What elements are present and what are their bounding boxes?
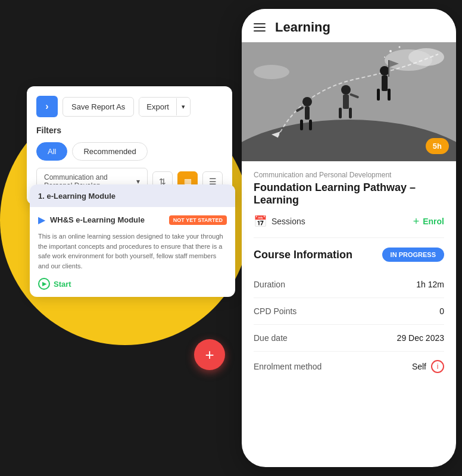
enrolment-value: Self i (412, 360, 444, 373)
svg-point-7 (384, 57, 385, 58)
svg-rect-16 (339, 108, 342, 118)
course-details: Communication and Personal Development F… (242, 161, 456, 237)
course-info-header: Course Information IN PROGRESS (254, 248, 444, 262)
sessions-button[interactable]: 📅 Sessions (254, 215, 305, 228)
course-title: Foundation Learning Pathway – Learning (254, 181, 444, 206)
svg-rect-22 (388, 89, 391, 101)
due-date-value: 29 Dec 2023 (397, 333, 444, 343)
svg-point-3 (254, 65, 289, 79)
svg-point-19 (380, 66, 389, 76)
export-button[interactable]: Export (139, 98, 176, 116)
svg-rect-17 (349, 108, 352, 118)
arrow-icon: › (45, 101, 48, 112)
svg-rect-23 (388, 60, 389, 77)
plus-enrol-icon: + (413, 215, 420, 228)
duration-label: Duration (254, 280, 285, 289)
phone-header: Learning (242, 9, 456, 42)
svg-point-5 (389, 50, 392, 52)
not-started-badge: NOT YET STARTED (169, 215, 227, 225)
app-title: Learning (275, 20, 330, 35)
duration-badge: 5h (426, 138, 449, 154)
filter-tab-all[interactable]: All (36, 142, 67, 161)
phone-mockup: Learning (242, 9, 456, 467)
svg-point-9 (302, 97, 312, 107)
cpd-label: CPD Points (254, 306, 296, 316)
module-description: This is an online learning session desig… (38, 231, 227, 271)
filter-tabs: All Recommended (36, 142, 223, 161)
play-icon: ▶ (38, 214, 45, 226)
enrolment-value-text: Self (412, 362, 426, 371)
enrol-label: Enrol (423, 217, 444, 226)
start-label: Start (54, 280, 71, 289)
info-icon[interactable]: i (431, 360, 444, 373)
hamburger-line-2 (254, 27, 266, 28)
course-actions: 📅 Sessions + Enrol (254, 215, 444, 228)
svg-point-14 (341, 85, 351, 95)
start-button[interactable]: ▶ Start (38, 278, 71, 290)
filter-toolbar: › Save Report As Export ▾ (36, 96, 223, 117)
info-row-cpd: CPD Points 0 (254, 298, 444, 325)
svg-rect-10 (305, 107, 310, 120)
course-hero-image: 5h (242, 42, 456, 161)
in-progress-badge: IN PROGRESS (382, 248, 444, 262)
sessions-label: Sessions (271, 217, 305, 226)
enrolment-label: Enrolment method (254, 362, 321, 371)
export-group: Export ▾ (139, 97, 191, 117)
hamburger-line-3 (254, 30, 266, 32)
module-name: WH&S e-Learning Module (50, 215, 145, 224)
info-row-enrolment: Enrolment method Self i (254, 352, 444, 381)
hamburger-menu[interactable] (254, 23, 266, 32)
svg-rect-21 (377, 89, 380, 101)
module-section-title: 1. e-Learning Module (38, 192, 116, 201)
info-row-duration: Duration 1h 12m (254, 271, 444, 298)
module-row: ▶ WH&S e-Learning Module NOT YET STARTED (38, 214, 227, 226)
start-circle-icon: ▶ (38, 278, 50, 290)
course-category: Communication and Personal Development (254, 171, 444, 179)
elearning-card-body: ▶ WH&S e-Learning Module NOT YET STARTED… (30, 207, 235, 297)
arrow-button[interactable]: › (36, 96, 58, 117)
svg-rect-15 (343, 95, 349, 109)
elearning-card: 1. e-Learning Module ▶ WH&S e-Learning M… (30, 184, 235, 297)
hamburger-line-1 (254, 23, 266, 24)
enrol-button[interactable]: + Enrol (413, 215, 444, 228)
export-arrow-button[interactable]: ▾ (176, 98, 190, 115)
add-button[interactable]: + (194, 339, 225, 370)
course-info-title: Course Information (254, 249, 352, 261)
due-date-label: Due date (254, 333, 288, 343)
cpd-value: 0 (439, 306, 444, 316)
duration-value: 1h 12m (416, 280, 444, 289)
svg-rect-13 (309, 120, 312, 130)
phone-inner: Learning (242, 9, 456, 467)
elearning-card-header: 1. e-Learning Module (30, 184, 235, 207)
filter-tab-recommended[interactable]: Recommended (72, 142, 147, 161)
course-illustration (242, 42, 456, 161)
svg-rect-12 (300, 120, 303, 130)
svg-point-6 (399, 46, 401, 48)
filter-title: Filters (36, 126, 223, 135)
calendar-icon: 📅 (254, 215, 267, 228)
svg-rect-20 (382, 76, 388, 91)
course-info-section: Course Information IN PROGRESS Duration … (242, 238, 456, 391)
save-report-button[interactable]: Save Report As (63, 97, 134, 117)
info-row-due-date: Due date 29 Dec 2023 (254, 325, 444, 352)
module-row-left: ▶ WH&S e-Learning Module (38, 214, 145, 226)
